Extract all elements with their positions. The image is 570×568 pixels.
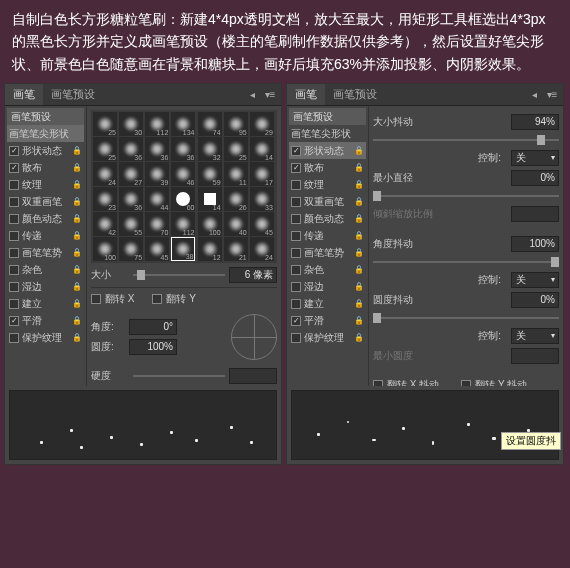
checkbox[interactable] xyxy=(9,197,19,207)
sidebar-item[interactable]: 湿边🔒 xyxy=(7,278,84,295)
checkbox[interactable] xyxy=(9,214,19,224)
flipx-checkbox[interactable] xyxy=(91,294,101,304)
sidebar-header[interactable]: 画笔预设 xyxy=(7,108,84,125)
brush-thumb[interactable]: 25 xyxy=(224,137,248,161)
checkbox[interactable] xyxy=(9,333,19,343)
checkbox[interactable] xyxy=(291,282,301,292)
sidebar-item[interactable]: 平滑🔒 xyxy=(7,312,84,329)
brush-thumb[interactable]: 24 xyxy=(93,162,117,186)
brush-thumb[interactable]: 112 xyxy=(171,212,195,236)
brush-thumb[interactable]: 39 xyxy=(145,162,169,186)
sidebar-item[interactable]: 画笔笔势🔒 xyxy=(289,244,366,261)
checkbox[interactable] xyxy=(9,180,19,190)
round-value[interactable]: 100% xyxy=(129,339,177,355)
flipx-jitter-checkbox[interactable] xyxy=(373,380,383,386)
sidebar-item[interactable]: 散布🔒 xyxy=(289,159,366,176)
brush-thumb[interactable]: 25 xyxy=(93,112,117,136)
brush-thumb[interactable]: 27 xyxy=(119,162,143,186)
sidebar-item[interactable]: 画笔笔势🔒 xyxy=(7,244,84,261)
brush-thumb[interactable]: 33 xyxy=(250,187,274,211)
brush-thumb[interactable]: 60 xyxy=(171,187,195,211)
brush-thumb[interactable]: 40 xyxy=(224,212,248,236)
flipy-checkbox[interactable] xyxy=(152,294,162,304)
checkbox[interactable] xyxy=(291,265,301,275)
brush-thumb[interactable]: 100 xyxy=(198,212,222,236)
brush-thumb[interactable]: 45 xyxy=(250,212,274,236)
checkbox[interactable] xyxy=(291,248,301,258)
sidebar-item[interactable]: 杂色🔒 xyxy=(7,261,84,278)
min-diameter-slider[interactable] xyxy=(373,190,559,202)
tab-brush[interactable]: 画笔 xyxy=(287,84,325,105)
brush-thumb[interactable]: 26 xyxy=(224,187,248,211)
brush-thumb[interactable]: 32 xyxy=(198,137,222,161)
checkbox[interactable] xyxy=(291,214,301,224)
angle-value[interactable]: 0° xyxy=(129,319,177,335)
sidebar-item[interactable]: 形状动态🔒 xyxy=(289,142,366,159)
brush-thumb[interactable]: 36 xyxy=(171,137,195,161)
brush-thumb[interactable]: 14 xyxy=(250,137,274,161)
chevron-left-icon[interactable]: ◂ xyxy=(245,88,259,102)
brush-thumb[interactable]: 134 xyxy=(171,112,195,136)
checkbox[interactable] xyxy=(291,316,301,326)
control-select[interactable]: 关 xyxy=(511,272,559,288)
brush-thumb[interactable]: 23 xyxy=(93,187,117,211)
control-select[interactable]: 关 xyxy=(511,150,559,166)
checkbox[interactable] xyxy=(291,146,301,156)
sidebar-item[interactable]: 保护纹理🔒 xyxy=(7,329,84,346)
menu-icon[interactable]: ▾≡ xyxy=(263,88,277,102)
hardness-value[interactable] xyxy=(229,368,277,384)
sidebar-item[interactable]: 杂色🔒 xyxy=(289,261,366,278)
checkbox[interactable] xyxy=(9,299,19,309)
brush-thumb[interactable]: 21 xyxy=(224,237,248,261)
checkbox[interactable] xyxy=(9,282,19,292)
checkbox[interactable] xyxy=(9,163,19,173)
size-value[interactable]: 6 像素 xyxy=(229,267,277,283)
brush-thumb[interactable]: 17 xyxy=(250,162,274,186)
round-jitter-value[interactable]: 0% xyxy=(511,292,559,308)
brush-thumb[interactable]: 95 xyxy=(224,112,248,136)
brush-thumb[interactable]: 29 xyxy=(250,112,274,136)
hardness-slider[interactable] xyxy=(133,370,225,382)
sidebar-item[interactable]: 双重画笔🔒 xyxy=(7,193,84,210)
brush-thumb[interactable]: 30 xyxy=(119,112,143,136)
brush-thumb[interactable]: 36 xyxy=(119,187,143,211)
brush-thumb[interactable]: 59 xyxy=(198,162,222,186)
brush-thumb[interactable]: 75 xyxy=(119,237,143,261)
tab-brush-presets[interactable]: 画笔预设 xyxy=(325,84,385,105)
brush-thumb[interactable]: 74 xyxy=(198,112,222,136)
checkbox[interactable] xyxy=(291,333,301,343)
sidebar-item[interactable]: 纹理🔒 xyxy=(7,176,84,193)
brush-thumb[interactable]: 46 xyxy=(171,162,195,186)
tab-brush-presets[interactable]: 画笔预设 xyxy=(43,84,103,105)
checkbox[interactable] xyxy=(9,146,19,156)
brush-thumb[interactable]: 70 xyxy=(145,212,169,236)
sidebar-header[interactable]: 画笔预设 xyxy=(289,108,366,125)
min-diameter-value[interactable]: 0% xyxy=(511,170,559,186)
brush-thumb[interactable]: 112 xyxy=(145,112,169,136)
brush-thumb[interactable]: 100 xyxy=(93,237,117,261)
sidebar-item[interactable]: 形状动态🔒 xyxy=(7,142,84,159)
brush-thumb[interactable]: 42 xyxy=(93,212,117,236)
brush-thumb[interactable]: 11 xyxy=(224,162,248,186)
brush-thumb[interactable]: 25 xyxy=(93,137,117,161)
checkbox[interactable] xyxy=(9,316,19,326)
angle-jitter-slider[interactable] xyxy=(373,256,559,268)
brush-thumb[interactable]: 38 xyxy=(171,237,195,261)
checkbox[interactable] xyxy=(291,163,301,173)
sidebar-item[interactable]: 湿边🔒 xyxy=(289,278,366,295)
sidebar-item[interactable]: 保护纹理🔒 xyxy=(289,329,366,346)
checkbox[interactable] xyxy=(291,197,301,207)
brush-thumb[interactable]: 44 xyxy=(145,187,169,211)
sidebar-item[interactable]: 散布🔒 xyxy=(7,159,84,176)
brush-thumb[interactable]: 12 xyxy=(198,237,222,261)
sidebar-item[interactable]: 平滑🔒 xyxy=(289,312,366,329)
sidebar-item[interactable]: 传递🔒 xyxy=(289,227,366,244)
menu-icon[interactable]: ▾≡ xyxy=(545,88,559,102)
sidebar-item[interactable]: 颜色动态🔒 xyxy=(289,210,366,227)
sidebar-item[interactable]: 建立🔒 xyxy=(7,295,84,312)
chevron-left-icon[interactable]: ◂ xyxy=(527,88,541,102)
round-jitter-slider[interactable] xyxy=(373,312,559,324)
sidebar-item[interactable]: 颜色动态🔒 xyxy=(7,210,84,227)
sidebar-item[interactable]: 建立🔒 xyxy=(289,295,366,312)
sidebar-item[interactable]: 传递🔒 xyxy=(7,227,84,244)
